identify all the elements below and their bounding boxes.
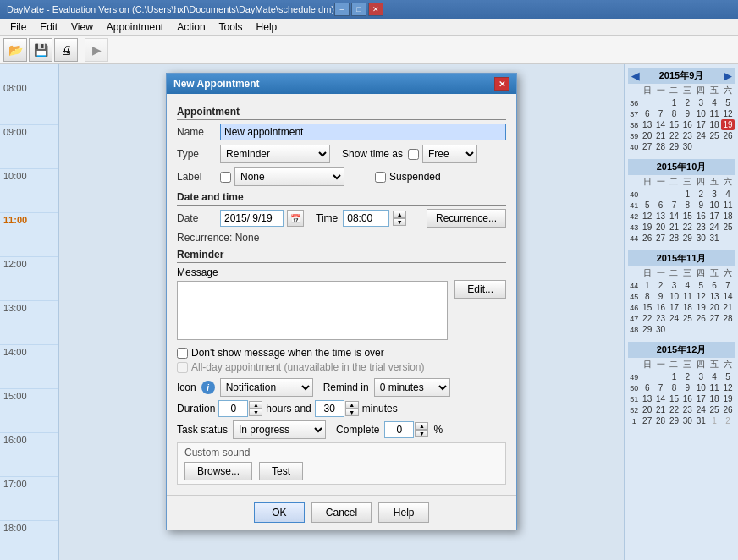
dont-show-label: Don't show message when the time is over (191, 347, 384, 359)
time-input[interactable] (343, 210, 389, 227)
hours-spin-down[interactable]: ▼ (249, 409, 262, 416)
mini-cal-sep-title: 2015年9月 (659, 69, 704, 82)
mini-cal-nov-grid: 日一二三四五六 44 1234567 45 891011121314 46 15… (628, 266, 735, 335)
mini-cal-nov: 2015年11月 日一二三四五六 44 1234567 45 891011121… (628, 250, 735, 335)
date-label: Date (177, 212, 215, 224)
toolbar-save[interactable]: 💾 (29, 38, 52, 62)
mini-cal-nov-title: 2015年11月 (631, 252, 731, 265)
main-area: 08:00 09:00 10:00 11:00 12:00 13:00 14:0… (0, 64, 738, 560)
maximize-btn[interactable]: □ (351, 3, 366, 16)
label-checkbox[interactable] (220, 172, 231, 183)
week-row: 1 272829303112 (628, 415, 735, 426)
duration-minutes-input[interactable] (315, 400, 344, 417)
time-slots-list: 08:00 09:00 10:00 11:00 12:00 13:00 14:0… (0, 64, 58, 560)
week-row: 40 1234 (628, 189, 735, 200)
duration-minutes-spinner: ▲ ▼ (315, 400, 359, 417)
prev-month-btn[interactable]: ◀ (631, 70, 639, 82)
message-textarea[interactable] (177, 281, 448, 340)
label-label: Label (177, 171, 215, 183)
title-bar: DayMate - Evaluation Version (C:\Users\h… (0, 0, 738, 19)
task-status-row: Task status In progress Not started Comp… (177, 420, 506, 439)
remind-in-select[interactable]: 0 minutes 5 minutes 10 minutes 15 minute… (374, 378, 450, 397)
week-row: 40 27 28 29 30 (628, 141, 735, 152)
toolbar-open[interactable]: 📂 (3, 38, 27, 62)
type-select[interactable]: Reminder Task Event (220, 145, 330, 163)
mini-cal-sep-header: ◀ 2015年9月 ▶ (628, 68, 735, 84)
task-status-label: Task status (177, 424, 228, 436)
suspended-label: Suspended (389, 171, 441, 183)
menu-help[interactable]: Help (250, 19, 284, 35)
minutes-spin-down[interactable]: ▼ (345, 409, 359, 416)
edit-button[interactable]: Edit... (454, 280, 506, 299)
type-row: Type Reminder Task Event Show time as Fr… (177, 145, 506, 163)
time-field: ▲ ▼ (343, 210, 406, 227)
hours-spin-up[interactable]: ▲ (249, 401, 262, 409)
name-input[interactable] (220, 124, 506, 140)
task-status-select[interactable]: In progress Not started Completed (233, 420, 326, 439)
week-row: 41 567891011 (628, 200, 735, 211)
minutes-spin-up[interactable]: ▲ (345, 401, 359, 409)
complete-input[interactable] (384, 421, 414, 438)
next-month-btn[interactable]: ▶ (724, 70, 731, 82)
suspended-checkbox[interactable] (375, 172, 386, 183)
mini-cal-oct-header: 2015年10月 (628, 159, 735, 175)
icon-select[interactable]: Notification Star Flag (220, 378, 313, 397)
time-column: 08:00 09:00 10:00 11:00 12:00 13:00 14:0… (0, 64, 59, 560)
date-input[interactable] (220, 210, 284, 227)
time-spin-down[interactable]: ▼ (393, 218, 406, 226)
toolbar-play[interactable]: ▶ (85, 38, 108, 62)
complete-spin-down[interactable]: ▼ (415, 430, 428, 437)
show-time-select[interactable]: Free Busy (422, 145, 477, 163)
ok-button[interactable]: OK (254, 502, 305, 523)
mini-cal-dec-header: 2015年12月 (628, 342, 735, 358)
time-slot-11: 11:00 (0, 213, 58, 257)
type-label: Type (177, 148, 215, 160)
menu-view[interactable]: View (64, 19, 100, 35)
help-button[interactable]: Help (378, 502, 429, 523)
recurrence-button[interactable]: Recurrence... (427, 209, 506, 228)
toolbar-print[interactable]: 🖨 (54, 38, 78, 62)
dialog-footer: OK Cancel Help (167, 495, 516, 530)
new-appointment-dialog: New Appointment ✕ Appointment Name Type (166, 73, 517, 530)
time-label: Time (316, 212, 338, 224)
mini-cal-oct-grid: 日一二三四五六 40 1234 41 567891011 42 12131415… (628, 175, 735, 244)
calendar-icon[interactable]: 📅 (287, 210, 304, 227)
menu-edit[interactable]: Edit (33, 19, 64, 35)
week-row: 44 1234567 (628, 280, 735, 291)
menu-action[interactable]: Action (170, 19, 212, 35)
minimize-btn[interactable]: – (334, 3, 350, 16)
date-field: 📅 (220, 210, 304, 227)
cancel-button[interactable]: Cancel (311, 502, 372, 523)
window-controls: – □ ✕ (334, 3, 383, 16)
duration-hours-input[interactable] (218, 400, 248, 417)
hours-label: hours and (266, 403, 311, 415)
dont-show-row: Don't show message when the time is over (177, 347, 506, 359)
complete-spin-up[interactable]: ▲ (415, 422, 428, 430)
label-select[interactable]: None Important Business Personal (234, 167, 344, 186)
percent-label: % (433, 424, 443, 436)
close-btn[interactable]: ✕ (368, 3, 383, 16)
dialog-title: New Appointment (173, 78, 260, 90)
app-title: DayMate - Evaluation Version (C:\Users\h… (7, 4, 334, 14)
menu-tools[interactable]: Tools (212, 19, 250, 35)
message-section: Message (177, 266, 448, 343)
minutes-spinners: ▲ ▼ (345, 401, 359, 416)
duration-hours-spinner: ▲ ▼ (218, 400, 262, 417)
show-time-checkbox[interactable] (408, 149, 419, 160)
browse-button[interactable]: Browse... (184, 462, 252, 480)
mini-cal-dec: 2015年12月 日一二三四五六 49 12345 50 6789101112 … (628, 342, 735, 426)
menu-appointment[interactable]: Appointment (100, 19, 170, 35)
week-row: 48 2930 (628, 324, 735, 335)
dialog-close-button[interactable]: ✕ (494, 77, 509, 91)
time-slot-18: 18:00 (0, 521, 58, 560)
complete-label: Complete (336, 424, 379, 436)
dont-show-checkbox[interactable] (177, 348, 188, 359)
time-spin-up[interactable]: ▲ (393, 211, 406, 218)
custom-sound-section: Custom sound Browse... Test (177, 442, 506, 485)
menu-file[interactable]: File (3, 19, 33, 35)
custom-sound-label: Custom sound (184, 447, 498, 458)
test-button[interactable]: Test (259, 462, 303, 480)
name-row: Name (177, 124, 506, 140)
date-time-section-header: Date and time (177, 191, 506, 206)
dialog-body: Appointment Name Type Reminder Task Even… (167, 94, 516, 495)
